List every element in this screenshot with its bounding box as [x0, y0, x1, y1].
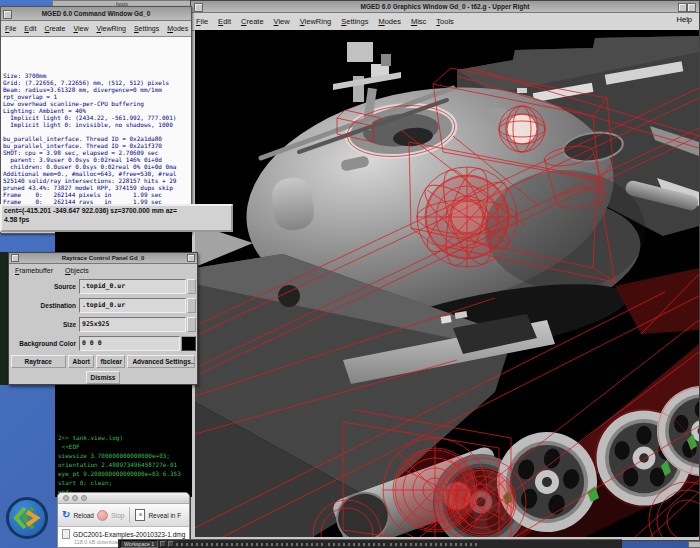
menu-item[interactable]: Settings [130, 23, 163, 34]
file-icon [62, 529, 70, 539]
window-list-entry[interactable] [176, 543, 326, 546]
menu-item[interactable]: Edit [213, 15, 236, 28]
command-window-title: MGED 6.0 Command Window Gd_0 [42, 10, 151, 17]
console-line: SHOT: cpu = 3.98 sec, elapsed = 2.70609 … [3, 149, 191, 156]
raytrace-button[interactable]: Raytrace [11, 355, 66, 368]
window-menu-icon[interactable] [194, 3, 203, 12]
menu-item[interactable]: Modes [373, 15, 406, 28]
graphics-window-titlebar[interactable]: MGED 6.0 Graphics Window Gd_0 - t62.g - … [191, 1, 699, 13]
fbclear-button[interactable]: fbclear [96, 355, 126, 368]
stop-icon[interactable] [97, 510, 108, 521]
menu-item[interactable]: File [1, 23, 20, 34]
console-line: Additional mem=0., #malloc=643, #free=53… [3, 170, 191, 177]
command-window-titlebar[interactable]: MGED 6.0 Command Window Gd_0 [1, 7, 191, 21]
maximize-icon[interactable] [687, 3, 696, 12]
destination-menu-nub[interactable] [187, 298, 196, 313]
minimize-icon[interactable] [678, 3, 687, 12]
menu-item[interactable]: Objects [59, 265, 95, 276]
menu-item[interactable]: Edit [20, 23, 40, 34]
color-swatch-button[interactable] [181, 336, 196, 351]
console-line: pruned 43.4%: 73827 model RPP, 374159 du… [3, 184, 191, 191]
dismiss-button[interactable]: Dismiss [86, 371, 121, 384]
status-bar: cent=(-415.201 -349.647 922.036) sz=3700… [0, 204, 233, 232]
menu-item[interactable]: View [69, 23, 92, 34]
console-line: Grid: (7.22656, 7.22656) mm, (512, 512) … [3, 79, 191, 86]
stop-button[interactable]: Stop [111, 512, 124, 519]
workspace-pager[interactable]: Workspace 1 [120, 540, 158, 548]
close-icon[interactable] [63, 495, 69, 501]
minimize-icon[interactable] [72, 495, 78, 501]
background-color-row: Background Color 0 0 0 [9, 334, 197, 353]
maximize-icon[interactable] [187, 254, 195, 262]
console-line: rpt_overlap = 1 [3, 93, 191, 100]
view-center-status: cent=(-415.201 -349.647 922.036) sz=3700… [4, 207, 229, 214]
pager-mini-window[interactable] [160, 541, 166, 547]
console-line: Lighting: Ambient = 40% [3, 107, 191, 114]
taskbar: Workspace 1 [118, 539, 622, 548]
source-row: Source .topid_0.ur [9, 277, 197, 296]
menu-item[interactable]: Modes [163, 23, 191, 34]
menu-item[interactable]: View [269, 15, 295, 28]
reveal-document-icon[interactable]: a [135, 509, 145, 521]
console-line: 525140 solid/ray intersections: 228157 h… [3, 177, 191, 184]
menu-item[interactable]: Settings [336, 15, 373, 28]
size-menu-nub[interactable] [187, 317, 196, 332]
background-color-label: Background Color [10, 340, 79, 347]
menu-item[interactable]: File [191, 15, 213, 28]
menu-item[interactable]: Misc [406, 15, 431, 28]
menu-item[interactable]: Create [236, 15, 269, 28]
graphics-canvas[interactable] [195, 30, 699, 537]
size-field[interactable]: 925x925 [79, 317, 186, 332]
menu-item[interactable]: ViewRing [295, 15, 337, 28]
console-line: Size: 3700mm [3, 72, 191, 79]
advanced-settings-button[interactable]: Advanced Settings.. [127, 355, 195, 368]
fps-status: 4.58 fps [4, 216, 229, 223]
console-line: Frame 0: 262144 pixels in 1.99 sec [3, 191, 191, 198]
reload-icon[interactable]: ↻ [62, 510, 70, 520]
script-terminal[interactable]: 2>> tank.view.log) <<EOFviewsize 3.70000… [55, 385, 192, 497]
destination-field[interactable]: .topid_0.ur [79, 298, 186, 313]
tank-render [195, 30, 699, 537]
command-menubar: FileEditCreateViewViewRingSettingsModes [1, 21, 191, 37]
console-line [3, 128, 191, 135]
background-color-field[interactable]: 0 0 0 [79, 336, 180, 351]
window-list-entry[interactable] [328, 543, 388, 546]
pager-mini-window[interactable] [168, 541, 174, 547]
abort-button[interactable]: Abort [68, 355, 94, 368]
destination-label: Destination [10, 302, 79, 309]
menu-item[interactable]: Tools [431, 15, 459, 28]
download-window-titlebar[interactable] [58, 493, 189, 504]
file-listing-terminal[interactable]: -rw-r----- 1 sean staff 60-rw-r----- 1 s… [55, 232, 192, 253]
terminal-line: start 0; clean; [58, 478, 192, 487]
graphics-menubar: FileEditCreateViewViewRingSettingsModesM… [191, 13, 699, 31]
download-toolbar: ↻ Reload Stop a Reveal in F [58, 504, 189, 527]
toolbar-divider [129, 507, 130, 523]
console-line: bu_parallel_interface. Thread ID = 0x2a1… [3, 135, 191, 142]
size-label: Size [10, 321, 79, 328]
console-line: Implicit light 0: (2434.22, -561.992, 77… [3, 114, 191, 121]
menu-item[interactable]: ViewRing [92, 23, 129, 34]
console-output[interactable]: Size: 3700mmGrid: (7.22656, 7.22656) mm,… [1, 37, 191, 207]
reload-button[interactable]: Reload [73, 512, 94, 519]
window-menu-icon[interactable] [11, 254, 19, 262]
terminal-line: <<EOF [58, 442, 192, 451]
menu-item-help[interactable]: Help [672, 13, 697, 26]
download-item[interactable]: GDC2001-Examples-20010323-1.dmg [62, 529, 189, 539]
raytrace-panel-menubar: FramebufferObjects [9, 264, 197, 277]
terminal-line: viewsize 3.700000000000000e+03; [58, 451, 192, 460]
app-logo-icon[interactable] [6, 497, 48, 539]
raytrace-buttons: Raytrace Abort fbclear Advanced Settings… [9, 353, 197, 370]
resize-grip[interactable] [688, 541, 700, 548]
console-line: Low overhead scanline-per-CPU buffering [3, 100, 191, 107]
reveal-button[interactable]: Reveal in F [148, 512, 181, 519]
logo-arrows-icon [9, 500, 45, 536]
source-menu-nub[interactable] [187, 279, 196, 294]
window-list-entry[interactable] [390, 543, 480, 546]
menu-item[interactable]: Create [40, 23, 69, 34]
menu-item[interactable]: Framebuffer [9, 265, 59, 276]
window-menu-icon[interactable] [3, 10, 12, 19]
zoom-icon[interactable] [81, 495, 87, 501]
source-field[interactable]: .topid_0.ur [79, 279, 186, 294]
terminal-line: 2>> tank.view.log) [58, 433, 192, 442]
raytrace-panel-titlebar[interactable]: Raytrace Control Panel Gd_0 [9, 253, 197, 264]
